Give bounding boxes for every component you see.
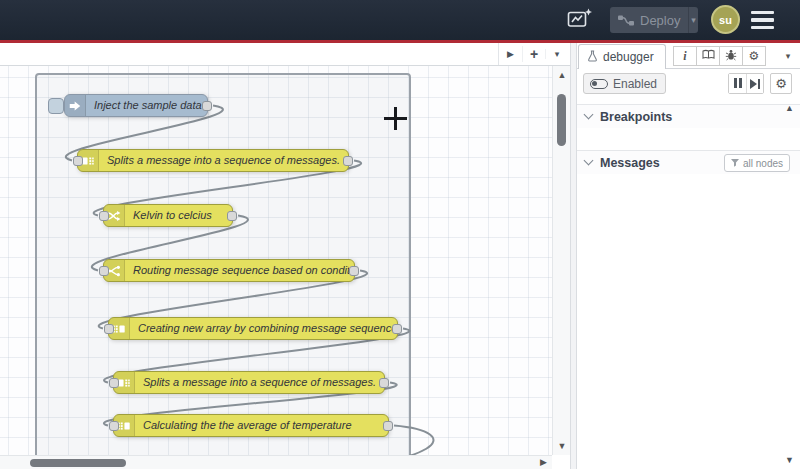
bug-icon [725,49,737,64]
section-title: Breakpoints [600,110,672,124]
add-flow-button[interactable]: + [522,46,545,62]
node-label: Kelvin to celcius [133,205,227,226]
chevron-down-icon[interactable] [584,110,594,120]
flow-node-split[interactable]: Splits a message into a sequence of mess… [113,371,385,394]
pause-button[interactable] [729,74,746,93]
node-label: Inject the sample data [94,95,202,116]
sidebar-tabbar: debugger i [577,43,800,69]
flow-node-change[interactable]: Kelvin to celcius [103,204,233,227]
flow-canvas[interactable]: Inject the sample dataSplits a message i… [0,66,552,455]
debug-tab-button[interactable] [719,46,743,66]
debugger-settings-button[interactable]: ⚙ [770,73,792,94]
sparkle-flow-icon [567,8,593,32]
section-title: Messages [600,156,660,170]
input-port[interactable] [99,211,109,221]
node-label: Calculating the the average of temperatu… [143,415,383,436]
input-port[interactable] [73,156,83,166]
messages-section: Messages all nodes [577,150,800,469]
info-tab-button[interactable]: i [673,46,697,66]
filter-icon [731,158,739,169]
tab-debugger[interactable]: debugger [578,44,666,69]
messages-body [577,174,800,469]
node-label: Creating new array by combining message … [138,318,392,339]
scroll-down-icon[interactable]: ▼ [553,441,571,451]
flask-icon [587,50,598,65]
sidebar-tab-label: debugger [603,50,654,64]
scroll-up-icon[interactable]: ▲ [553,70,571,80]
output-port[interactable] [349,266,359,276]
flow-node-join[interactable]: Creating new array by combining message … [108,317,398,340]
flow-node-split[interactable]: Splits a message into a sequence of mess… [77,149,349,172]
filter-label: all nodes [743,158,783,169]
main-area: ▶ + ▾ Inject the sample dataSplits a mes… [0,43,800,469]
output-port[interactable] [227,211,237,221]
deploy-button[interactable]: Deploy ▾ [610,7,698,33]
info-icon: i [683,49,686,64]
header-bar: Deploy ▾ su [0,0,800,40]
output-port[interactable] [343,156,353,166]
output-port[interactable] [379,378,389,388]
messages-header[interactable]: Messages all nodes [577,150,800,174]
inject-trigger-button[interactable] [48,98,64,114]
input-port[interactable] [99,266,109,276]
deploy-nodes-icon [618,15,634,26]
debugger-enabled-toggle[interactable]: Enabled [583,73,666,94]
sidebar-scroll-down-icon[interactable]: ▼ [785,455,794,465]
sidebar: debugger i [577,43,800,469]
output-port[interactable] [392,324,402,334]
pause-icon [733,76,743,91]
node-label: Splits a message into a sequence of mess… [107,150,343,171]
gear-icon: ⚙ [775,76,787,91]
chevron-down-icon[interactable] [584,156,594,166]
breakpoints-body [577,128,800,150]
toggle-icon [590,79,608,89]
output-port[interactable] [202,101,212,111]
flow-tabbar: ▶ + ▾ [0,43,570,66]
node-label: Splits a message into a sequence of mess… [143,372,379,393]
flow-node-inject[interactable]: Inject the sample data [64,94,208,117]
tab-scroll-right-icon[interactable]: ▶ [499,49,522,59]
hamburger-menu-icon [751,11,774,14]
pause-step-group [728,73,764,94]
config-tab-button[interactable]: ⚙ [742,46,766,66]
message-filter-button[interactable]: all nodes [724,154,790,172]
node-label: Routing message sequence based on condit… [133,260,349,281]
sidebar-tab-buttons: i [674,46,766,66]
user-avatar[interactable]: su [711,5,740,34]
sidebar-scroll-up-icon[interactable]: ▲ [785,103,794,113]
breakpoints-section: Breakpoints [577,104,800,150]
horizontal-scroll-thumb[interactable] [30,459,126,467]
flow-node-switch[interactable]: Routing message sequence based on condit… [103,259,355,282]
input-port[interactable] [109,421,119,431]
step-button[interactable] [746,74,763,93]
crosshair-cursor [384,107,407,130]
node-layer: Inject the sample dataSplits a message i… [0,66,552,455]
input-port[interactable] [104,324,114,334]
output-port[interactable] [383,421,393,431]
gear-icon: ⚙ [749,49,760,63]
workspace: ▶ + ▾ Inject the sample dataSplits a mes… [0,43,570,469]
help-tab-button[interactable] [696,46,720,66]
breakpoints-header[interactable]: Breakpoints [577,104,800,128]
book-icon [702,49,715,63]
sidebar-options-chevron-icon[interactable]: ▾ [779,46,797,66]
node-red-window: Deploy ▾ su ▶ + ▾ Inject the sample data… [0,0,800,469]
enabled-label: Enabled [613,77,657,91]
tabbar-controls: ▶ + ▾ [498,43,568,65]
vertical-scroll-thumb[interactable] [557,94,566,146]
deploy-options-chevron-icon[interactable]: ▾ [689,15,698,25]
inject-arrow-icon [65,95,86,116]
flow-node-join[interactable]: Calculating the the average of temperatu… [113,414,389,437]
flow-list-chevron-icon[interactable]: ▾ [545,49,568,59]
sidebar-splitter[interactable] [570,43,577,469]
vertical-scrollbar[interactable]: ▲ ▼ [552,66,570,455]
debugger-toolbar: Enabled ⚙ [577,69,800,98]
main-menu-button[interactable] [751,11,775,29]
deploy-label: Deploy [640,13,680,28]
sparkle-flow-button[interactable] [563,6,597,34]
scroll-right-icon[interactable]: ▶ [540,457,547,467]
horizontal-scrollbar[interactable]: ▶ [0,455,552,469]
input-port[interactable] [109,378,119,388]
step-icon [750,79,761,89]
